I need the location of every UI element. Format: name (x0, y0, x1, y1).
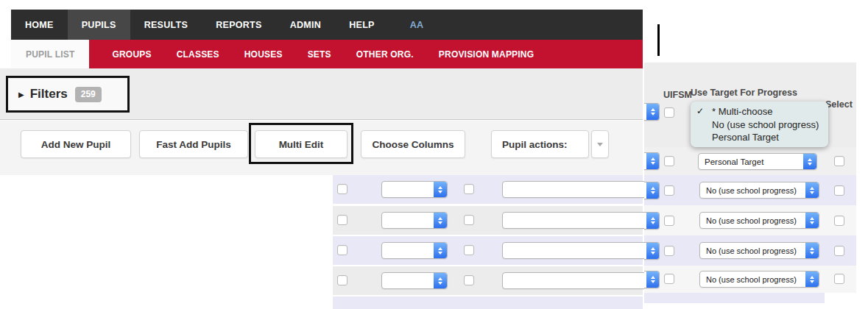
use-target-select[interactable]: No (use school progress) (699, 212, 819, 229)
filters-expander[interactable]: ▶ Filters 259 (6, 76, 130, 113)
stepper-icon[interactable] (646, 182, 659, 199)
detail-row: No (use school progress) (644, 235, 856, 266)
menu-item-personal-target[interactable]: Personal Target (691, 131, 828, 144)
uifsm-bulk-select-cut[interactable] (644, 103, 660, 121)
menu-item-label: No (use school progress) (712, 119, 819, 130)
select-row-checkbox[interactable] (834, 216, 844, 226)
nav-item-home[interactable]: HOME (11, 10, 68, 40)
uifsm-select-cut[interactable] (644, 212, 660, 230)
select-row-checkbox[interactable] (834, 246, 844, 256)
uifsm-checkbox[interactable] (664, 156, 674, 166)
row-checkbox[interactable] (337, 275, 347, 285)
select-value: No (use school progress) (706, 275, 797, 284)
select-row-checkbox[interactable] (834, 274, 844, 284)
filters-label: Filters (30, 87, 68, 102)
row-select-small[interactable] (381, 181, 448, 198)
uifsm-checkbox[interactable] (664, 185, 674, 196)
stepper-icon[interactable] (805, 213, 819, 228)
row-checkbox[interactable] (337, 245, 347, 255)
use-target-select[interactable]: No (use school progress) (699, 182, 819, 199)
row-select-wide[interactable] (502, 272, 646, 289)
detail-row: No (use school progress) (644, 175, 856, 205)
table-row (333, 236, 643, 265)
pupil-actions-button[interactable]: Pupil actions: (491, 130, 589, 158)
uifsm-select-cut[interactable] (644, 182, 660, 199)
column-header-select: Select (825, 99, 853, 110)
table-row (333, 266, 643, 295)
checkmark-icon: ✓ (696, 105, 704, 118)
detail-row: Personal Target (644, 147, 856, 175)
row-checkbox[interactable] (464, 275, 474, 285)
stepper-icon[interactable] (646, 104, 659, 120)
add-new-pupil-button[interactable]: Add New Pupil (21, 130, 131, 158)
tab-groups[interactable]: GROUPS (99, 40, 163, 68)
nav-item-pupils[interactable]: PUPILS (68, 10, 130, 40)
uifsm-select-cut[interactable] (644, 152, 660, 170)
uifsm-checkbox[interactable] (664, 246, 674, 256)
choose-columns-button[interactable]: Choose Columns (361, 130, 465, 158)
table-row-partial (333, 296, 643, 309)
row-checkbox[interactable] (464, 184, 474, 194)
use-target-select[interactable]: Personal Target (698, 153, 817, 170)
fast-add-pupils-button[interactable]: Fast Add Pupils (139, 130, 248, 158)
nav-item-reports[interactable]: REPORTS (202, 10, 276, 40)
menu-item-no-school-progress[interactable]: No (use school progress) (691, 118, 828, 132)
tab-provision-mapping[interactable]: PROVISION MAPPING (426, 40, 546, 68)
nav-item-aa[interactable]: AA (396, 10, 438, 40)
row-checkbox[interactable] (337, 215, 347, 225)
use-target-select[interactable]: No (use school progress) (699, 242, 819, 259)
annotation-cursor-line (657, 24, 660, 56)
row-checkbox[interactable] (464, 245, 474, 255)
select-row-checkbox[interactable] (834, 156, 844, 166)
expander-arrow-icon: ▶ (18, 90, 24, 99)
stepper-icon[interactable] (646, 243, 659, 259)
nav-item-results[interactable]: RESULTS (130, 10, 202, 40)
row-select-small[interactable] (381, 242, 448, 259)
row-checkbox[interactable] (464, 215, 474, 225)
column-header-uifsm: UIFSM (663, 90, 692, 100)
tab-other-org[interactable]: OTHER ORG. (344, 40, 426, 68)
uifsm-select-cut[interactable] (644, 271, 660, 288)
table-row (333, 175, 643, 204)
main-nav: HOME PUPILS RESULTS REPORTS ADMIN HELP A… (11, 10, 643, 40)
stepper-icon[interactable] (646, 153, 659, 169)
use-target-select[interactable]: No (use school progress) (699, 271, 819, 288)
menu-item-label: * Multi-choose (712, 106, 772, 117)
filters-count-badge: 259 (75, 87, 102, 102)
column-header-use-target: Use Target For Progress (691, 88, 797, 98)
menu-item-multi-choose[interactable]: ✓ * Multi-choose (691, 105, 828, 118)
stepper-icon[interactable] (434, 273, 447, 288)
row-select-wide[interactable] (502, 181, 646, 198)
nav-item-admin[interactable]: ADMIN (276, 10, 335, 40)
stepper-icon[interactable] (434, 182, 447, 197)
select-value: No (use school progress) (706, 246, 797, 255)
detail-row: No (use school progress) (644, 266, 856, 293)
tab-houses[interactable]: HOUSES (232, 40, 295, 68)
nav-item-help[interactable]: HELP (335, 10, 389, 40)
uifsm-bulk-checkbox[interactable] (664, 107, 674, 118)
select-value: Personal Target (705, 157, 763, 166)
stepper-icon[interactable] (646, 271, 659, 288)
stepper-icon[interactable] (434, 243, 447, 258)
tab-classes[interactable]: CLASSES (164, 40, 232, 68)
stepper-icon[interactable] (434, 213, 447, 228)
stepper-icon[interactable] (803, 154, 816, 169)
uifsm-select-cut[interactable] (644, 242, 660, 260)
uifsm-checkbox[interactable] (664, 216, 674, 226)
row-select-wide[interactable] (502, 212, 646, 229)
row-checkbox[interactable] (337, 184, 347, 194)
stepper-icon[interactable] (805, 182, 819, 198)
tab-pupil-list[interactable]: PUPIL LIST (11, 40, 89, 68)
uifsm-checkbox[interactable] (664, 274, 674, 284)
stepper-icon[interactable] (805, 271, 819, 287)
stepper-icon[interactable] (646, 213, 659, 229)
row-select-small[interactable] (381, 272, 448, 289)
menu-item-label: Personal Target (712, 132, 779, 143)
select-row-checkbox[interactable] (834, 185, 844, 196)
stepper-icon[interactable] (805, 243, 819, 258)
row-select-wide[interactable] (502, 242, 646, 259)
pupil-actions-dropdown-toggle[interactable] (591, 130, 609, 158)
row-select-small[interactable] (381, 212, 448, 229)
tab-sets[interactable]: SETS (295, 40, 344, 68)
pupil-list-page: HOME PUPILS RESULTS REPORTS ADMIN HELP A… (0, 0, 868, 309)
